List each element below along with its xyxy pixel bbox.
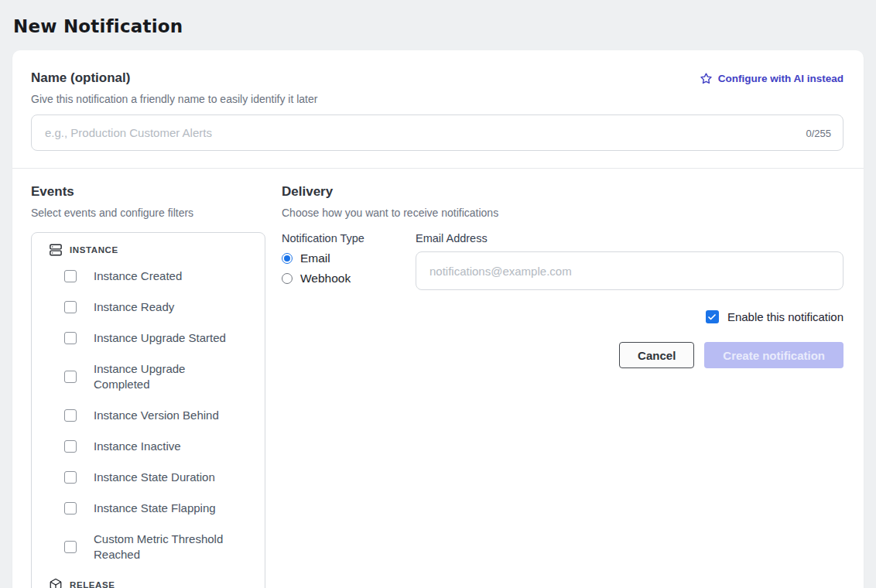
- group-label-instance: INSTANCE: [70, 245, 118, 255]
- event-group-instance: INSTANCE: [49, 243, 254, 257]
- checkbox-instance-version-behind[interactable]: [64, 409, 77, 422]
- checkbox-custom-metric-threshold[interactable]: [64, 541, 77, 553]
- event-row: Instance State Duration: [64, 470, 254, 485]
- delivery-section: Delivery Choose how you want to receive …: [282, 184, 843, 588]
- event-label: Instance Upgrade Started: [94, 330, 227, 346]
- checkbox-instance-state-duration[interactable]: [64, 471, 77, 484]
- create-notification-button[interactable]: Create notification: [704, 342, 843, 368]
- checkbox-instance-ready[interactable]: [64, 301, 77, 313]
- new-notification-card: Name (optional) Configure with AI instea…: [12, 50, 864, 588]
- event-row: Instance Upgrade Started: [64, 330, 254, 346]
- delivery-subtitle: Choose how you want to receive notificat…: [282, 207, 843, 219]
- radio-email-label: Email: [300, 251, 330, 265]
- checkbox-instance-state-flapping[interactable]: [64, 502, 77, 514]
- notification-type-label: Notification Type: [282, 232, 416, 244]
- checkbox-instance-upgrade-started[interactable]: [64, 332, 77, 344]
- event-row: Instance Upgrade Completed: [64, 361, 254, 392]
- events-subtitle: Select events and configure filters: [31, 207, 265, 219]
- email-address-input[interactable]: [416, 251, 843, 290]
- name-heading: Name (optional): [31, 70, 130, 86]
- event-row: Instance Ready: [64, 299, 254, 315]
- name-section: Name (optional) Configure with AI instea…: [12, 50, 864, 168]
- events-heading: Events: [31, 184, 265, 200]
- event-row: Instance State Flapping: [64, 501, 254, 516]
- package-icon: [49, 578, 63, 588]
- event-label: Instance Upgrade Completed: [94, 361, 227, 392]
- radio-webhook[interactable]: [282, 273, 293, 284]
- event-label: Custom Metric Threshold Reached: [94, 532, 227, 562]
- enable-notification-label: Enable this notification: [727, 310, 843, 323]
- cancel-button[interactable]: Cancel: [619, 342, 694, 368]
- ai-link-label: Configure with AI instead: [718, 73, 843, 84]
- check-icon: [707, 313, 717, 322]
- star-icon: [700, 72, 713, 85]
- events-panel: INSTANCE Instance Created Instance Ready…: [31, 232, 265, 588]
- name-subtitle: Give this notification a friendly name t…: [31, 93, 843, 105]
- event-label: Instance Version Behind: [94, 408, 227, 423]
- server-icon: [49, 243, 63, 257]
- event-group-release: RELEASE: [49, 578, 254, 588]
- enable-notification-checkbox[interactable]: [706, 310, 719, 323]
- event-label: Instance Inactive: [94, 439, 227, 454]
- radio-row-webhook: Webhook: [282, 272, 416, 285]
- char-counter: 0/255: [806, 127, 831, 138]
- event-label: Instance Created: [94, 268, 227, 284]
- email-address-label: Email Address: [416, 232, 843, 244]
- event-label: Instance State Flapping: [94, 501, 227, 516]
- group-label-release: RELEASE: [70, 580, 115, 588]
- name-input[interactable]: [31, 115, 843, 151]
- event-row: Custom Metric Threshold Reached: [64, 532, 254, 562]
- events-section: Events Select events and configure filte…: [31, 184, 265, 588]
- checkbox-instance-inactive[interactable]: [64, 440, 77, 453]
- event-row: Instance Created: [64, 268, 254, 284]
- event-label: Instance Ready: [94, 299, 227, 315]
- checkbox-instance-upgrade-completed[interactable]: [64, 371, 77, 383]
- configure-with-ai-link[interactable]: Configure with AI instead: [700, 72, 843, 85]
- page-title: New Notification: [0, 0, 876, 36]
- radio-row-email: Email: [282, 251, 416, 265]
- checkbox-instance-created[interactable]: [64, 270, 77, 282]
- event-row: Instance Version Behind: [64, 408, 254, 423]
- event-label: Instance State Duration: [94, 470, 227, 485]
- delivery-heading: Delivery: [282, 184, 843, 200]
- radio-email[interactable]: [282, 253, 293, 264]
- radio-webhook-label: Webhook: [300, 272, 351, 285]
- event-row: Instance Inactive: [64, 439, 254, 454]
